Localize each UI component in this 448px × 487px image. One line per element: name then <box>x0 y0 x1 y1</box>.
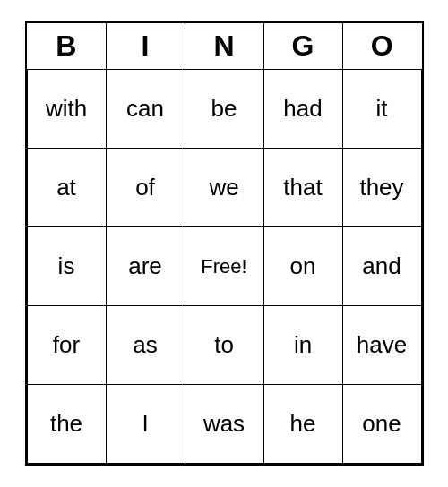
cell-r4-c0: the <box>27 385 106 464</box>
cell-r3-c0: for <box>27 306 106 385</box>
cell-r3-c2: to <box>185 306 263 385</box>
cell-r1-c0: at <box>27 149 106 227</box>
cell-r0-c2: be <box>185 70 263 149</box>
bingo-card: BINGO withcanbehaditatofwethattheyisareF… <box>25 21 424 466</box>
table-row: forastoinhave <box>27 306 421 385</box>
table-row: withcanbehadit <box>27 70 421 149</box>
cell-r1-c4: they <box>342 149 421 227</box>
cell-r0-c1: can <box>106 70 185 149</box>
header-row: BINGO <box>27 23 421 70</box>
header-cell-b: B <box>27 23 106 70</box>
cell-r4-c2: was <box>185 385 263 464</box>
header-cell-i: I <box>106 23 185 70</box>
cell-r0-c3: had <box>263 70 342 149</box>
cell-r2-c4: and <box>342 227 421 306</box>
cell-r1-c3: that <box>263 149 342 227</box>
cell-r3-c4: have <box>342 306 421 385</box>
cell-r4-c1: I <box>106 385 185 464</box>
cell-r0-c0: with <box>27 70 106 149</box>
bingo-table: BINGO withcanbehaditatofwethattheyisareF… <box>27 23 422 465</box>
table-row: isareFree!onand <box>27 227 421 306</box>
cell-r0-c4: it <box>342 70 421 149</box>
cell-r2-c3: on <box>263 227 342 306</box>
cell-r2-c0: is <box>27 227 106 306</box>
header-cell-o: O <box>342 23 421 70</box>
cell-r2-c1: are <box>106 227 185 306</box>
header-cell-n: N <box>185 23 263 70</box>
table-row: theIwasheone <box>27 385 421 464</box>
header-cell-g: G <box>263 23 342 70</box>
cell-r3-c1: as <box>106 306 185 385</box>
cell-r4-c3: he <box>263 385 342 464</box>
cell-r4-c4: one <box>342 385 421 464</box>
cell-r1-c2: we <box>185 149 263 227</box>
table-row: atofwethatthey <box>27 149 421 227</box>
cell-r1-c1: of <box>106 149 185 227</box>
cell-r2-c2: Free! <box>185 227 263 306</box>
cell-r3-c3: in <box>263 306 342 385</box>
